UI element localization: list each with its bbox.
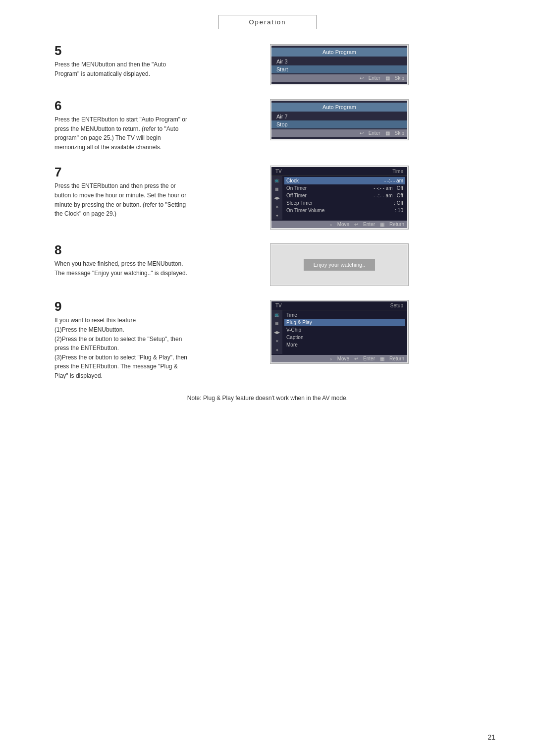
auto-program-screen-2: Auto Program Air 7 Stop ↩ Enter ▦ Skip xyxy=(271,101,407,139)
setup-row-plug: Plug & Play xyxy=(284,319,405,326)
section-6-text: Press the ENTERbutton to start "Auto Pro… xyxy=(54,115,188,152)
header-title-text: Operation xyxy=(249,18,286,26)
time-screen-header: TV Time xyxy=(271,167,407,176)
setup-label-9: Setup xyxy=(390,303,403,308)
return-label-7: Return xyxy=(389,222,404,227)
screen-icon-bar: 📺 ▦ ◀▶ ✕ ✦ xyxy=(271,176,282,220)
setup-icon-gear: ✦ xyxy=(273,347,281,353)
enter-icon-7: ↩ xyxy=(354,222,358,227)
tv-screen-9: TV Setup 📺 ▦ ◀▶ ✕ ✦ Time Plu xyxy=(270,300,409,364)
icon-menu: ▦ xyxy=(273,186,281,192)
icon-x: ✕ xyxy=(273,204,281,210)
return-icon-9: ▦ xyxy=(380,356,384,361)
tv-label-7: TV xyxy=(275,169,282,174)
clock-row: Clock - -:- - am xyxy=(284,177,405,184)
setup-row-vchip: V-Chip xyxy=(284,326,405,334)
enter-label-9: Enter xyxy=(363,356,375,361)
auto-program-buttons-5: ↩ Enter ▦ Skip xyxy=(271,74,407,82)
time-screen-sidebar: 📺 ▦ ◀▶ ✕ ✦ Clock - -:- - am xyxy=(271,176,407,220)
section-9-line0: If you want to reset this feature xyxy=(54,316,188,325)
section-9-line2: (2)Press the or button to select the "Se… xyxy=(54,335,188,353)
auto-program-title-1: Auto Program xyxy=(271,48,407,57)
setup-screen-buttons: ⬦ Move ↩ Enter ▦ Return xyxy=(271,355,407,362)
time-screen-content: Clock - -:- - am On Timer - -:- - am Off… xyxy=(282,176,407,220)
off-timer-value: - -:- - am Off xyxy=(374,193,403,198)
move-icon-7: ⬦ xyxy=(329,222,332,227)
section-8-left: 8 When you have finished, press the MENU… xyxy=(54,243,198,278)
off-timer-row: Off Timer - -:- - am Off xyxy=(284,192,405,199)
skip-icon-6: ▦ xyxy=(385,130,390,136)
tv-screen-5: Auto Program Air 3 Start ↩ Enter ▦ Skip xyxy=(270,44,409,85)
setup-screen-sidebar: 📺 ▦ ◀▶ ✕ ✦ Time Plug & Play V-Chip Capti… xyxy=(271,310,407,354)
section-8: 8 When you have finished, press the MENU… xyxy=(54,243,481,286)
header-title: Operation xyxy=(218,15,316,29)
setup-icon-x: ✕ xyxy=(273,338,281,344)
tv-label-9: TV xyxy=(275,303,282,308)
volume-label: On Timer Volume xyxy=(286,208,324,213)
setup-screen: TV Setup 📺 ▦ ◀▶ ✕ ✦ Time Plu xyxy=(271,301,407,362)
time-label-7: Time xyxy=(392,169,403,174)
sleep-timer-value: : Off xyxy=(394,200,403,206)
clock-value: - -:- - am xyxy=(384,178,403,183)
section-8-screen: Enjoy your watching.. xyxy=(198,243,481,286)
enter-icon-9: ↩ xyxy=(354,356,358,361)
setup-screen-content: Time Plug & Play V-Chip Caption More xyxy=(282,310,407,354)
setup-icon-vol: ◀▶ xyxy=(273,329,281,335)
clock-label: Clock xyxy=(286,178,299,183)
section-7-number: 7 xyxy=(54,166,188,178)
auto-program-row1-5: Air 3 xyxy=(271,58,407,65)
skip-label-6: Skip xyxy=(395,130,404,136)
volume-row: On Timer Volume : 10 xyxy=(284,207,405,214)
section-7-left: 7 Press the ENTERbutton and then press t… xyxy=(54,166,198,218)
section-9-number: 9 xyxy=(54,300,188,313)
setup-row-caption: Caption xyxy=(284,334,405,341)
sleep-timer-row: Sleep Timer : Off xyxy=(284,199,405,207)
move-label-9: Move xyxy=(337,356,349,361)
enter-label-6: Enter xyxy=(369,130,380,136)
setup-icon-tv: 📺 xyxy=(273,311,281,317)
enjoy-screen: Enjoy your watching.. xyxy=(271,245,407,285)
time-clock-screen: TV Time 📺 ▦ ◀▶ ✕ ✦ Clock xyxy=(271,167,407,228)
section-6-screen: Auto Program Air 7 Stop ↩ Enter ▦ Skip xyxy=(198,99,481,140)
auto-program-start: Start xyxy=(271,65,407,73)
auto-program-screen-1: Auto Program Air 3 Start ↩ Enter ▦ Skip xyxy=(271,46,407,84)
sleep-timer-label: Sleep Timer xyxy=(286,200,313,206)
enter-icon-6: ↩ xyxy=(360,130,364,136)
section-5-text: Press the MENUbutton and then the "Auto … xyxy=(54,60,188,78)
section-6-number: 6 xyxy=(54,99,188,112)
on-timer-label: On Timer xyxy=(286,185,307,191)
tv-screen-7: TV Time 📺 ▦ ◀▶ ✕ ✦ Clock xyxy=(270,166,409,230)
move-label-7: Move xyxy=(337,222,349,227)
move-icon-9: ⬦ xyxy=(329,356,332,361)
on-timer-row: On Timer - -:- - am Off xyxy=(284,184,405,192)
auto-program-buttons-6: ↩ Enter ▦ Skip xyxy=(271,129,407,137)
section-9-screen: TV Setup 📺 ▦ ◀▶ ✕ ✦ Time Plu xyxy=(198,300,481,364)
auto-program-stop: Stop xyxy=(271,120,407,128)
setup-screen-header: TV Setup xyxy=(271,301,407,310)
setup-row-time: Time xyxy=(284,311,405,319)
section-9-line1: (1)Press the MENUbutton. xyxy=(54,325,188,335)
section-5-number: 5 xyxy=(54,44,188,57)
icon-tv: 📺 xyxy=(273,177,281,183)
enter-label-5: Enter xyxy=(369,75,380,81)
return-label-9: Return xyxy=(389,356,404,361)
icon-gear: ✦ xyxy=(273,213,281,219)
section-6-left: 6 Press the ENTERbutton to start "Auto P… xyxy=(54,99,198,152)
enter-label-7: Enter xyxy=(363,222,375,227)
section-7-screen: TV Time 📺 ▦ ◀▶ ✕ ✦ Clock xyxy=(198,166,481,230)
auto-program-row1-6: Air 7 xyxy=(271,113,407,120)
page-number: 21 xyxy=(487,733,495,741)
section-9-line3: (3)Press the or button to select "Plug &… xyxy=(54,353,188,381)
on-timer-value: - -:- - am Off xyxy=(374,185,403,191)
section-7: 7 Press the ENTERbutton and then press t… xyxy=(54,166,481,230)
section-5-screen: Auto Program Air 3 Start ↩ Enter ▦ Skip xyxy=(198,44,481,85)
section-6: 6 Press the ENTERbutton to start "Auto P… xyxy=(54,99,481,152)
section-5-left: 5 Press the MENUbutton and then the "Aut… xyxy=(54,44,198,78)
time-screen-buttons: ⬦ Move ↩ Enter ▦ Return xyxy=(271,221,407,228)
setup-icon-bar: 📺 ▦ ◀▶ ✕ ✦ xyxy=(271,310,282,354)
section-9-text: If you want to reset this feature (1)Pre… xyxy=(54,316,188,380)
section-5: 5 Press the MENUbutton and then the "Aut… xyxy=(54,44,481,85)
skip-label-5: Skip xyxy=(395,75,404,81)
tv-screen-6: Auto Program Air 7 Stop ↩ Enter ▦ Skip xyxy=(270,99,409,140)
section-8-text: When you have finished, press the MENUbu… xyxy=(54,259,188,278)
